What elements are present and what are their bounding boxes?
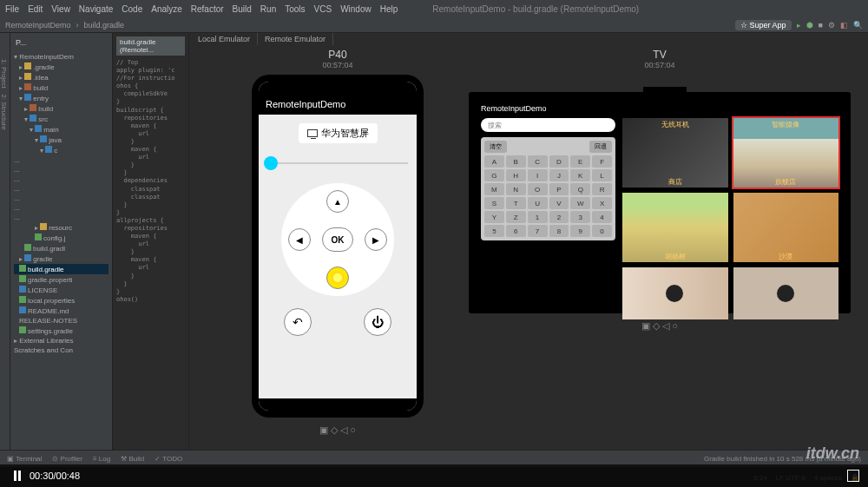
menu-view[interactable]: View — [51, 4, 70, 14]
editor-tab[interactable]: build.gradle (Remotei... — [116, 36, 185, 56]
menu-code[interactable]: Code — [122, 4, 142, 14]
tab-terminal[interactable]: ▣ Terminal — [7, 455, 42, 463]
tree-item[interactable]: src — [14, 114, 108, 124]
tree-item[interactable]: ... — [14, 165, 108, 174]
tree-item[interactable]: Scratches and Con — [14, 346, 108, 355]
kb-key[interactable]: M — [484, 183, 504, 195]
tv-card[interactable] — [622, 267, 728, 319]
kb-key[interactable]: P — [549, 183, 569, 195]
search-input[interactable]: 搜索 — [481, 118, 615, 132]
kb-key[interactable]: R — [592, 183, 612, 195]
kb-key[interactable]: X — [592, 197, 612, 209]
tree-item[interactable]: main — [14, 124, 108, 135]
emulator-controls-tv[interactable]: ▣ ◇ ◁ ○ — [641, 320, 678, 332]
kb-key[interactable]: V — [549, 197, 569, 209]
tv-card[interactable]: 无线耳机商店 — [622, 118, 728, 188]
dpad-ok-button[interactable]: OK — [322, 227, 353, 252]
super-app-button[interactable]: ☆ Super App — [735, 20, 792, 30]
menu-vcs[interactable]: VCS — [314, 4, 332, 14]
tv-card[interactable]: 智能摄像旗舰店 — [733, 118, 839, 188]
tab-build[interactable]: ⚒ Build — [121, 455, 144, 463]
kb-key[interactable]: 5 — [484, 225, 504, 237]
kb-key[interactable]: T — [506, 197, 526, 209]
tree-item[interactable]: build.gradle — [14, 264, 108, 274]
tree-item[interactable]: gradle.properti — [14, 274, 108, 285]
tree-item[interactable]: ... — [14, 203, 108, 213]
pause-button[interactable] — [9, 470, 21, 482]
menu-run[interactable]: Run — [260, 4, 276, 14]
menu-edit[interactable]: Edit — [28, 4, 43, 14]
tree-item[interactable]: README.md — [14, 306, 108, 316]
menu-build[interactable]: Build — [233, 4, 252, 14]
tree-item[interactable]: build — [14, 103, 108, 114]
tree-item[interactable]: ... — [14, 194, 108, 203]
kb-key[interactable]: 9 — [570, 225, 590, 237]
menu-analyze[interactable]: Analyze — [151, 4, 182, 14]
crumb-project[interactable]: RemoteInputDemo — [5, 21, 71, 30]
tab-local-emulator[interactable]: Local Emulator — [191, 33, 258, 45]
kb-key[interactable]: E — [570, 155, 590, 168]
tool-icon[interactable]: ⚙ — [828, 21, 835, 30]
dpad-right-button[interactable]: ▶ — [365, 228, 387, 251]
kb-key[interactable]: O — [528, 183, 548, 195]
tree-item[interactable]: .idea — [14, 72, 108, 82]
tree-item[interactable]: ... — [14, 174, 108, 184]
menu-window[interactable]: Window — [340, 4, 372, 14]
dpad-down-button[interactable] — [326, 267, 349, 289]
tree-item[interactable]: RemoteInputDem — [14, 52, 108, 62]
kb-key[interactable]: 8 — [549, 225, 569, 237]
code-editor[interactable]: build.gradle (Remotei... // Topapply plu… — [113, 33, 189, 450]
tree-item[interactable]: java — [14, 135, 108, 145]
kb-key[interactable]: J — [549, 169, 569, 181]
kb-key[interactable]: 0 — [592, 225, 612, 237]
tree-item[interactable]: RELEASE-NOTES — [14, 316, 108, 326]
kb-key[interactable]: 6 — [506, 225, 526, 237]
kb-key[interactable]: S — [484, 197, 504, 209]
tree-item[interactable]: ... — [14, 155, 108, 165]
tab-profiler[interactable]: ⊙ Profiler — [52, 455, 82, 463]
tree-item[interactable]: gradle — [14, 253, 108, 264]
tv-card[interactable]: 沙漠 — [733, 193, 839, 262]
tree-item[interactable]: ... — [14, 184, 108, 194]
menu-navigate[interactable]: Navigate — [79, 4, 113, 14]
project-panel-header[interactable]: P... — [14, 36, 108, 49]
kb-key[interactable]: D — [549, 155, 569, 168]
kb-key[interactable]: 2 — [549, 211, 569, 223]
kb-key[interactable]: F — [592, 155, 612, 168]
phone-screen[interactable]: RemoteInputDemo 华为智慧屏 ▲ ◀ OK — [259, 82, 417, 411]
tree-item[interactable]: config.j — [14, 233, 108, 243]
kb-key[interactable]: 3 — [570, 211, 590, 223]
device-label[interactable]: 华为智慧屏 — [299, 123, 378, 143]
menu-refactor[interactable]: Refactor — [191, 4, 224, 14]
power-button[interactable]: ⏻ — [364, 308, 391, 336]
kb-key[interactable]: Y — [484, 211, 504, 223]
kb-key[interactable]: K — [570, 169, 590, 181]
kb-clear-button[interactable]: 清空 — [484, 141, 507, 153]
kb-key[interactable]: 7 — [528, 225, 548, 237]
dpad-left-button[interactable]: ◀ — [288, 228, 311, 251]
fullscreen-button[interactable] — [847, 470, 859, 482]
volume-slider[interactable] — [267, 162, 408, 164]
tree-item[interactable]: .gradle — [14, 62, 108, 72]
tab-log[interactable]: ≡ Log — [93, 455, 110, 463]
kb-key[interactable]: L — [592, 169, 612, 181]
tab-todo[interactable]: ✓ TODO — [155, 455, 182, 463]
debug-icon[interactable]: ⬢ — [806, 21, 813, 30]
tab-remote-emulator[interactable]: Remote Emulator — [258, 33, 333, 45]
tree-item[interactable]: build.gradl — [14, 243, 108, 253]
tv-screen[interactable]: RemoteInputDemo 搜索 清空 回退 ABCDEFGHIJKLMNO… — [474, 97, 845, 308]
tv-card[interactable]: 胡杨树 — [622, 193, 728, 262]
kb-key[interactable]: H — [506, 169, 526, 181]
slider-thumb[interactable] — [264, 156, 278, 170]
tree-item[interactable]: External Libraries — [14, 336, 108, 346]
kb-key[interactable]: W — [570, 197, 590, 209]
search-icon[interactable]: 🔍 — [853, 21, 863, 30]
kb-backspace-button[interactable]: 回退 — [589, 141, 612, 153]
kb-key[interactable]: A — [484, 155, 504, 168]
kb-key[interactable]: C — [528, 155, 548, 168]
kb-key[interactable]: I — [528, 169, 548, 181]
menu-help[interactable]: Help — [380, 4, 398, 14]
kb-key[interactable]: N — [506, 183, 526, 195]
kb-key[interactable]: B — [506, 155, 526, 168]
kb-key[interactable]: U — [528, 197, 548, 209]
